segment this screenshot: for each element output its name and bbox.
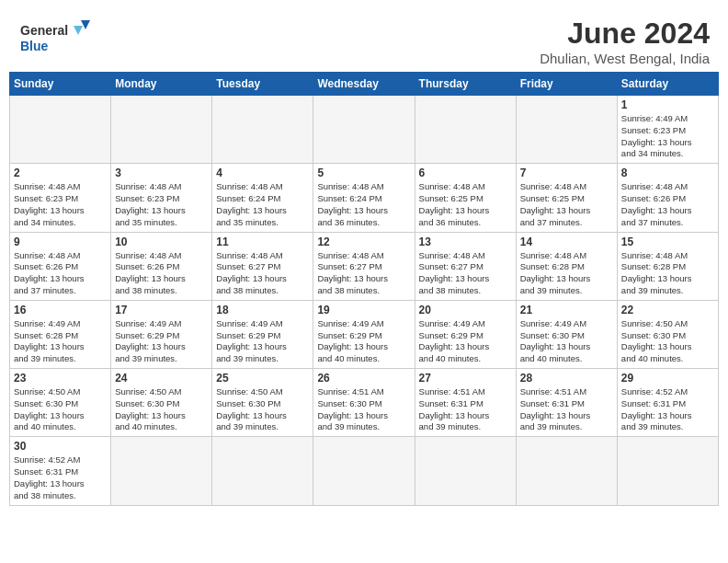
svg-marker-3 (74, 26, 83, 35)
day-number: 29 (621, 372, 714, 385)
day-number: 19 (317, 304, 410, 316)
calendar-cell (212, 96, 313, 164)
weekday-header-friday: Friday (516, 73, 617, 96)
day-number: 24 (115, 372, 208, 385)
day-info: Sunrise: 4:48 AMSunset: 6:27 PMDaylight:… (317, 250, 410, 297)
day-number: 13 (419, 236, 512, 248)
calendar-cell (212, 437, 313, 505)
calendar-cell: 30Sunrise: 4:52 AMSunset: 6:31 PMDayligh… (10, 437, 111, 505)
day-number: 14 (520, 236, 613, 248)
svg-marker-2 (81, 20, 90, 29)
calendar-cell: 23Sunrise: 4:50 AMSunset: 6:30 PMDayligh… (10, 369, 111, 437)
calendar-cell: 6Sunrise: 4:48 AMSunset: 6:25 PMDaylight… (415, 164, 516, 232)
day-info: Sunrise: 4:48 AMSunset: 6:25 PMDaylight:… (419, 181, 512, 228)
calendar-cell: 7Sunrise: 4:48 AMSunset: 6:25 PMDaylight… (516, 164, 617, 232)
day-info: Sunrise: 4:48 AMSunset: 6:26 PMDaylight:… (115, 250, 208, 297)
weekday-header-saturday: Saturday (617, 73, 718, 96)
day-number: 6 (419, 167, 512, 179)
calendar-cell (516, 96, 617, 164)
day-info: Sunrise: 4:48 AMSunset: 6:28 PMDaylight:… (621, 250, 714, 297)
weekday-header-monday: Monday (111, 73, 212, 96)
day-info: Sunrise: 4:48 AMSunset: 6:24 PMDaylight:… (216, 181, 309, 228)
day-info: Sunrise: 4:48 AMSunset: 6:28 PMDaylight:… (520, 250, 613, 297)
calendar-cell: 21Sunrise: 4:49 AMSunset: 6:30 PMDayligh… (516, 300, 617, 368)
day-info: Sunrise: 4:49 AMSunset: 6:29 PMDaylight:… (419, 318, 512, 365)
day-number: 7 (520, 167, 613, 179)
day-info: Sunrise: 4:49 AMSunset: 6:30 PMDaylight:… (520, 318, 613, 365)
day-info: Sunrise: 4:49 AMSunset: 6:23 PMDaylight:… (621, 113, 714, 160)
header-area: General Blue June 2024 Dhulian, West Ben… (9, 9, 719, 72)
day-number: 1 (621, 98, 714, 111)
day-info: Sunrise: 4:49 AMSunset: 6:29 PMDaylight:… (216, 318, 309, 365)
calendar-cell: 22Sunrise: 4:50 AMSunset: 6:30 PMDayligh… (617, 300, 718, 368)
day-number: 4 (216, 167, 309, 179)
day-number: 26 (317, 372, 410, 385)
calendar-cell: 28Sunrise: 4:51 AMSunset: 6:31 PMDayligh… (516, 369, 617, 437)
day-number: 27 (419, 372, 512, 385)
calendar-cell: 5Sunrise: 4:48 AMSunset: 6:24 PMDaylight… (313, 164, 415, 232)
day-info: Sunrise: 4:49 AMSunset: 6:28 PMDaylight:… (14, 318, 107, 365)
calendar-cell: 1Sunrise: 4:49 AMSunset: 6:23 PMDaylight… (617, 96, 718, 164)
day-number: 16 (14, 304, 107, 316)
day-number: 21 (520, 304, 613, 316)
weekday-header-sunday: Sunday (10, 73, 111, 96)
day-info: Sunrise: 4:49 AMSunset: 6:29 PMDaylight:… (317, 318, 410, 365)
day-info: Sunrise: 4:48 AMSunset: 6:24 PMDaylight:… (317, 181, 410, 228)
day-number: 8 (621, 167, 714, 179)
calendar-cell: 20Sunrise: 4:49 AMSunset: 6:29 PMDayligh… (415, 300, 516, 368)
svg-text:Blue: Blue (20, 39, 49, 53)
day-info: Sunrise: 4:48 AMSunset: 6:27 PMDaylight:… (419, 250, 512, 297)
calendar-cell: 8Sunrise: 4:48 AMSunset: 6:26 PMDaylight… (617, 164, 718, 232)
location-label: Dhulian, West Bengal, India (540, 51, 710, 66)
day-info: Sunrise: 4:52 AMSunset: 6:31 PMDaylight:… (621, 386, 714, 433)
weekday-header-wednesday: Wednesday (313, 73, 415, 96)
day-number: 15 (621, 236, 714, 248)
calendar-cell: 15Sunrise: 4:48 AMSunset: 6:28 PMDayligh… (617, 232, 718, 300)
calendar-cell: 24Sunrise: 4:50 AMSunset: 6:30 PMDayligh… (111, 369, 212, 437)
title-area: June 2024 Dhulian, West Bengal, India (540, 17, 710, 66)
day-number: 18 (216, 304, 309, 316)
calendar-cell (516, 437, 617, 505)
calendar-cell (313, 437, 415, 505)
calendar-cell (10, 96, 111, 164)
calendar-cell: 2Sunrise: 4:48 AMSunset: 6:23 PMDaylight… (10, 164, 111, 232)
day-number: 9 (14, 236, 107, 248)
calendar-cell: 27Sunrise: 4:51 AMSunset: 6:31 PMDayligh… (415, 369, 516, 437)
calendar-cell (415, 96, 516, 164)
day-info: Sunrise: 4:48 AMSunset: 6:26 PMDaylight:… (14, 250, 107, 297)
day-info: Sunrise: 4:50 AMSunset: 6:30 PMDaylight:… (621, 318, 714, 365)
day-info: Sunrise: 4:52 AMSunset: 6:31 PMDaylight:… (14, 454, 107, 501)
day-info: Sunrise: 4:48 AMSunset: 6:23 PMDaylight:… (115, 181, 208, 228)
calendar-cell: 9Sunrise: 4:48 AMSunset: 6:26 PMDaylight… (10, 232, 111, 300)
calendar-cell (111, 437, 212, 505)
day-info: Sunrise: 4:51 AMSunset: 6:30 PMDaylight:… (317, 386, 410, 433)
calendar-cell: 26Sunrise: 4:51 AMSunset: 6:30 PMDayligh… (313, 369, 415, 437)
logo-icon: General Blue (18, 17, 92, 58)
day-info: Sunrise: 4:51 AMSunset: 6:31 PMDaylight:… (520, 386, 613, 433)
calendar-cell: 3Sunrise: 4:48 AMSunset: 6:23 PMDaylight… (111, 164, 212, 232)
day-number: 11 (216, 236, 309, 248)
day-number: 22 (621, 304, 714, 316)
calendar-cell: 18Sunrise: 4:49 AMSunset: 6:29 PMDayligh… (212, 300, 313, 368)
day-number: 5 (317, 167, 410, 179)
logo: General Blue (18, 17, 92, 58)
day-info: Sunrise: 4:51 AMSunset: 6:31 PMDaylight:… (419, 386, 512, 433)
day-info: Sunrise: 4:50 AMSunset: 6:30 PMDaylight:… (115, 386, 208, 433)
calendar-cell (617, 437, 718, 505)
day-info: Sunrise: 4:49 AMSunset: 6:29 PMDaylight:… (115, 318, 208, 365)
calendar-cell: 16Sunrise: 4:49 AMSunset: 6:28 PMDayligh… (10, 300, 111, 368)
weekday-header-thursday: Thursday (415, 73, 516, 96)
day-number: 17 (115, 304, 208, 316)
calendar-cell: 10Sunrise: 4:48 AMSunset: 6:26 PMDayligh… (111, 232, 212, 300)
day-number: 20 (419, 304, 512, 316)
day-number: 2 (14, 167, 107, 179)
weekday-header-tuesday: Tuesday (212, 73, 313, 96)
day-number: 30 (14, 440, 107, 453)
day-number: 28 (520, 372, 613, 385)
calendar-cell: 13Sunrise: 4:48 AMSunset: 6:27 PMDayligh… (415, 232, 516, 300)
day-info: Sunrise: 4:48 AMSunset: 6:27 PMDaylight:… (216, 250, 309, 297)
day-info: Sunrise: 4:50 AMSunset: 6:30 PMDaylight:… (14, 386, 107, 433)
calendar-cell: 12Sunrise: 4:48 AMSunset: 6:27 PMDayligh… (313, 232, 415, 300)
calendar-cell: 29Sunrise: 4:52 AMSunset: 6:31 PMDayligh… (617, 369, 718, 437)
day-number: 25 (216, 372, 309, 385)
